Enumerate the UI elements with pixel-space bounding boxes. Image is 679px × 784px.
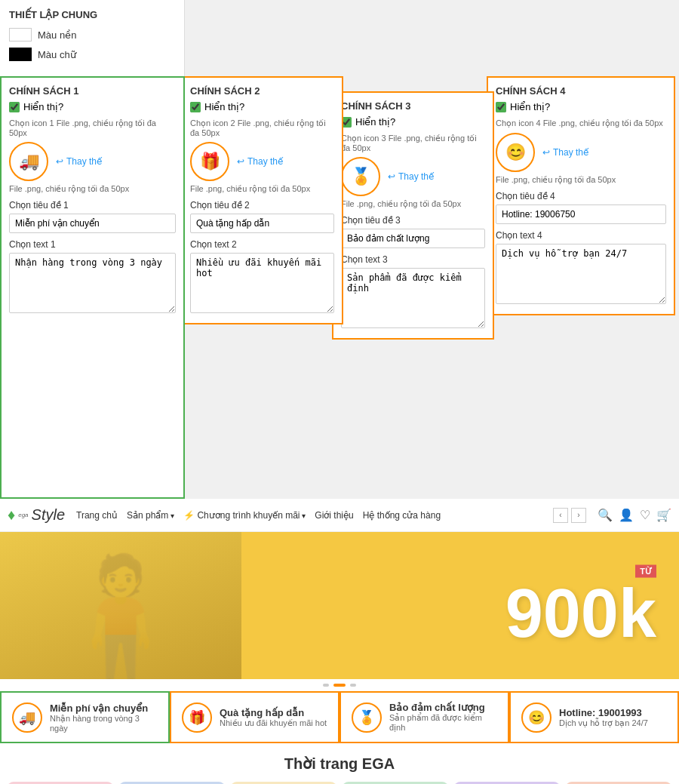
nav-next-btn[interactable]: › [571, 508, 586, 523]
replace-icon-4: ↩ [542, 147, 550, 158]
policy-4-icon-hint: Chọn icon 4 File .png, chiều rộng tối đa… [496, 118, 666, 128]
policy-2-checkbox[interactable] [190, 102, 201, 112]
user-icon[interactable]: 👤 [619, 508, 634, 522]
policy-4-show-label: Hiển thị? [510, 101, 550, 112]
policy-2-text-area[interactable]: Nhiều ưu đãi khuyến mãi hot [190, 253, 334, 313]
policy-2-replace-btn[interactable]: ↩ Thay thế [237, 156, 283, 167]
policy-1-icon: 🚚 [9, 142, 48, 181]
nav-link-promotions[interactable]: Chương trình khuyến mãi [183, 510, 306, 521]
policy-4-title-input[interactable] [496, 204, 666, 224]
nav-icons: 🔍 👤 ♡ 🛒 [598, 508, 671, 522]
replace-icon-3: ↩ [388, 171, 395, 182]
policy-3-icon-hint: Chọn icon 3 File .png, chiều rộng tối đa… [341, 134, 485, 152]
banner-dots [0, 679, 679, 691]
policy-1-icon-hint: Chọn icon 1 File .png, chiều rộng tối đa… [9, 118, 176, 137]
nav-link-products[interactable]: Sản phẩm [127, 510, 174, 521]
ega-label: ega [18, 512, 28, 518]
fashion-title: Thời trang EGA [0, 755, 679, 773]
policy-2-title-label: Chọn tiêu đề 2 [190, 200, 334, 211]
policy-3-show-row: Hiển thị? [341, 116, 485, 128]
replace-icon-2: ↩ [237, 156, 244, 167]
policy-4-title: CHÍNH SÁCH 4 [496, 85, 666, 97]
policy-3-text-label: Chọn text 3 [341, 254, 485, 265]
preview-text-4: Hotline: 19001993 Dịch vụ hỗ trợ bạn 24/… [559, 707, 648, 728]
nav-prev-btn[interactable]: ‹ [553, 508, 568, 523]
policy-2-title: CHÍNH SÁCH 2 [190, 85, 334, 97]
policy-3-show-label: Hiển thị? [355, 116, 395, 128]
policy-1-show-row: Hiển thị? [9, 101, 176, 112]
policy-4-file-label: File .png, chiều rộng tối đa 50px [496, 175, 666, 185]
banner-dot-1[interactable] [323, 684, 329, 687]
policy-2-icon: 🎁 [190, 142, 229, 181]
replace-icon-1: ↩ [56, 156, 63, 167]
banner-dot-3[interactable] [350, 684, 356, 687]
nav-link-home[interactable]: Trang chủ [76, 510, 118, 521]
preview-icon-3: 🏅 [352, 703, 382, 733]
policy-3-text-area[interactable]: Sản phẩm đã được kiểm định [341, 268, 485, 328]
cart-icon[interactable]: 🛒 [656, 508, 671, 522]
preview-desc-2: Nhiều ưu đãi khuyến mãi hot [220, 718, 327, 728]
preview-section: ♦ ega Style Trang chủ Sản phẩm Chương tr… [0, 499, 679, 784]
policy-card-2: CHÍNH SÁCH 2 Hiển thị? Chọn icon 2 File … [181, 76, 343, 324]
policy-3-title-input[interactable] [341, 229, 485, 248]
policy-2-title-input[interactable] [190, 214, 334, 233]
preview-policy-2: 🎁 Quà tặng hấp dẫn Nhiều ưu đãi khuyến m… [170, 691, 340, 743]
nav-link-stores[interactable]: Hệ thống cửa hàng [363, 510, 441, 521]
policy-1-title: CHÍNH SÁCH 1 [9, 85, 176, 97]
preview-text-2: Quà tặng hấp dẫn Nhiều ưu đãi khuyến mãi… [220, 707, 327, 728]
policy-4-checkbox[interactable] [496, 102, 506, 112]
bg-color-swatch[interactable] [9, 28, 32, 42]
policy-1-text-label: Chọn text 1 [9, 239, 176, 250]
policy-1-checkbox[interactable] [9, 102, 20, 112]
text-color-swatch[interactable] [9, 48, 32, 61]
preview-name-4: Hotline: 19001993 [559, 707, 648, 718]
preview-icon-1: 🚚 [12, 703, 42, 733]
main-container: CHÍNH SÁCH 1 Hiển thị? Chọn icon 1 File … [0, 76, 679, 499]
nav-logo: ♦ ega Style [8, 506, 65, 524]
preview-name-1: Miễn phí vận chuyển [50, 703, 158, 714]
preview-text-1: Miễn phí vận chuyển Nhận hàng trong vòng… [50, 703, 158, 733]
nav-links: Trang chủ Sản phẩm Chương trình khuyến m… [76, 510, 542, 521]
policy-card-4: CHÍNH SÁCH 4 Hiển thị? Chọn icon 4 File … [487, 76, 675, 315]
preview-desc-4: Dịch vụ hỗ trợ bạn 24/7 [559, 718, 648, 728]
banner-person-silhouette: 🧍 [45, 558, 196, 679]
policy-2-file-label: File .png, chiều rộng tối đa 50px [190, 184, 334, 194]
policy-3-title: CHÍNH SÁCH 3 [341, 100, 485, 112]
heart-icon[interactable]: ♡ [640, 508, 650, 522]
policy-2-icon-row: 🎁 ↩ Thay thế [190, 142, 334, 181]
preview-desc-1: Nhận hàng trong vòng 3 ngày [50, 714, 158, 733]
fashion-section: Thời trang EGA 👗 🧥 👚 👕 👗 🧣 [0, 743, 679, 784]
preview-name-2: Quà tặng hấp dẫn [220, 707, 327, 718]
text-color-row: Màu chữ [9, 48, 175, 61]
policy-2-show-label: Hiển thị? [204, 101, 244, 112]
policy-2-replace-label: Thay thế [247, 156, 283, 167]
policy-4-replace-btn[interactable]: ↩ Thay thế [542, 147, 588, 158]
policy-3-replace-btn[interactable]: ↩ Thay thế [388, 171, 434, 182]
policy-1-replace-btn[interactable]: ↩ Thay thế [56, 156, 102, 167]
policy-1-text-area[interactable]: Nhận hàng trong vòng 3 ngày [9, 253, 176, 313]
banner-text: TỪ 900k [505, 564, 671, 647]
policy-2-show-row: Hiển thị? [190, 101, 334, 112]
policy-2-text-label: Chọn text 2 [190, 239, 334, 250]
nav-arrows: ‹ › [553, 508, 586, 523]
policy-4-show-row: Hiển thị? [496, 101, 666, 112]
policy-1-show-label: Hiển thị? [23, 101, 63, 112]
policy-1-replace-label: Thay thế [66, 156, 102, 167]
search-icon[interactable]: 🔍 [598, 508, 613, 522]
preview-icon-4: 😊 [521, 703, 551, 733]
policy-card-1: CHÍNH SÁCH 1 Hiển thị? Chọn icon 1 File … [0, 76, 185, 499]
policy-1-title-input[interactable] [9, 214, 176, 233]
banner-dot-2[interactable] [333, 684, 346, 687]
policy-4-text-area[interactable]: Dịch vụ hỗ trợ bạn 24/7 [496, 244, 666, 304]
policy-4-title-label: Chọn tiêu đề 4 [496, 191, 666, 201]
policy-3-icon-row: 🏅 ↩ Thay thế [341, 157, 485, 196]
policy-3-file-label: File .png, chiều rộng tối đa 50px [341, 199, 485, 209]
nav-link-about[interactable]: Giới thiệu [315, 510, 353, 521]
banner-currency: k [619, 575, 656, 650]
preview-policy-3: 🏅 Bảo đảm chất lượng Sản phẩm đã được ki… [340, 691, 509, 743]
settings-panel: THIẾT LẬP CHUNG Màu nền Màu chữ [0, 0, 185, 76]
top-gray-area [185, 0, 679, 76]
preview-desc-3: Sản phẩm đã được kiểm định [389, 713, 497, 733]
preview-icon-2: 🎁 [182, 703, 212, 733]
bg-color-row: Màu nền [9, 28, 175, 42]
